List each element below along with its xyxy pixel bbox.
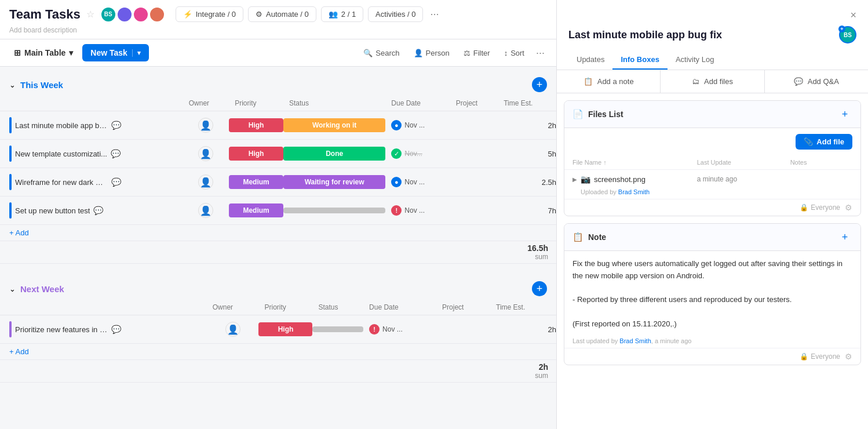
status-badge[interactable] bbox=[283, 208, 385, 213]
comment-icon[interactable]: 💬 bbox=[111, 325, 121, 334]
comment-icon[interactable]: 💬 bbox=[111, 149, 121, 158]
main-table-button[interactable]: ⊞ Main Table ▾ bbox=[9, 46, 78, 60]
group-title-next-week: Next Week bbox=[20, 284, 64, 294]
note-expand-button[interactable]: + bbox=[837, 230, 852, 245]
files-everyone-label: Everyone bbox=[811, 203, 840, 212]
add-task-row: + Add bbox=[0, 225, 556, 241]
sum-label: sum bbox=[535, 372, 548, 380]
tab-updates[interactable]: Updates bbox=[568, 50, 612, 70]
priority-badge[interactable]: Medium bbox=[229, 175, 283, 189]
files-box-header: 📄 Files List + bbox=[564, 101, 860, 128]
new-task-label: New Task bbox=[90, 48, 127, 57]
owner-avatar[interactable]: 👤 bbox=[198, 118, 213, 133]
files-box-icon: 📄 bbox=[572, 109, 583, 119]
activities-label: Activities / 0 bbox=[375, 10, 415, 19]
add-task-next-week-button[interactable]: + bbox=[532, 281, 547, 296]
sort-action[interactable]: ↕ Sort bbox=[499, 46, 529, 60]
group-toggle-next-week[interactable]: ⌄ bbox=[9, 285, 16, 293]
due-date-cell[interactable]: !Nov ... bbox=[385, 202, 450, 219]
note-line2: - Reported by three different users and … bbox=[572, 294, 852, 306]
add-task-row: + Add bbox=[0, 344, 556, 360]
task-name[interactable]: Prioritize new features in m... bbox=[15, 325, 108, 334]
priority-badge[interactable]: Medium bbox=[229, 203, 283, 217]
activities-button[interactable]: Activities / 0 bbox=[368, 6, 423, 22]
file-row: ▶ 📷 screenshot.png a minute ago bbox=[564, 170, 860, 188]
note-content[interactable]: Fix the bug where users automatically ge… bbox=[564, 251, 860, 337]
panel-header: × Last minute mobile app bug fix BS Upda… bbox=[557, 0, 868, 70]
comment-icon[interactable]: 💬 bbox=[111, 177, 121, 187]
group-this-week: ⌄ This Week + Owner Priority Status Due … bbox=[0, 74, 556, 264]
avatar-bs: BS bbox=[100, 6, 116, 23]
status-badge[interactable]: Waiting for review bbox=[283, 175, 385, 189]
files-gear-icon[interactable]: ⚙ bbox=[845, 203, 852, 212]
status-badge[interactable]: Done bbox=[283, 147, 385, 161]
tab-info-boxes[interactable]: Info Boxes bbox=[612, 50, 667, 70]
priority-badge[interactable]: High bbox=[229, 118, 283, 132]
owner-avatar[interactable]: 👤 bbox=[198, 203, 213, 218]
close-button[interactable]: × bbox=[850, 9, 856, 21]
task-name[interactable]: New template customizati... bbox=[15, 150, 107, 158]
file-last-update: a minute ago bbox=[697, 175, 790, 183]
add-task-this-week-button[interactable]: + bbox=[532, 77, 547, 92]
add-file-button[interactable]: 📎 Add file bbox=[796, 134, 852, 150]
sum-value: 2h bbox=[498, 362, 548, 372]
files-expand-button[interactable]: + bbox=[837, 107, 852, 122]
filter-action[interactable]: ⚖ Filter bbox=[459, 46, 495, 60]
add-task-button[interactable]: + Add bbox=[9, 347, 29, 356]
person-icon: 👤 bbox=[414, 49, 423, 57]
team-button[interactable]: 👥 2 / 1 bbox=[321, 6, 363, 22]
owner-avatar[interactable]: 👤 bbox=[225, 322, 240, 337]
file-toggle[interactable]: ▶ bbox=[572, 176, 577, 183]
integrate-button[interactable]: ⚡ Integrate / 0 bbox=[176, 6, 243, 22]
add-files-button[interactable]: 🗂 Add files bbox=[661, 70, 764, 93]
note-icon: 📋 bbox=[583, 77, 593, 86]
file-name[interactable]: screenshot.png bbox=[594, 175, 645, 184]
col-priority: Priority bbox=[229, 96, 283, 111]
priority-badge[interactable]: High bbox=[229, 147, 283, 161]
owner-avatar[interactable]: 👤 bbox=[198, 146, 213, 161]
right-panel: × Last minute mobile app bug fix BS Upda… bbox=[556, 0, 868, 429]
comment-icon[interactable]: 💬 bbox=[111, 121, 121, 130]
add-board-desc[interactable]: Add board description bbox=[9, 26, 547, 39]
task-name[interactable]: Last minute mobile app bu... bbox=[15, 121, 108, 130]
due-date-cell[interactable]: !Nov ... bbox=[363, 321, 436, 338]
tab-activity-log[interactable]: Activity Log bbox=[668, 50, 722, 70]
col-file-name: File Name ↑ bbox=[572, 159, 697, 166]
due-date-cell[interactable]: ●Nov ... bbox=[385, 117, 450, 134]
files-box-title: Files List bbox=[588, 110, 623, 119]
uploaded-by-link[interactable]: Brad Smith bbox=[618, 188, 650, 195]
main-table-label: Main Table bbox=[24, 48, 65, 57]
add-note-button[interactable]: 📋 Add a note bbox=[557, 70, 661, 93]
time-est: 2h bbox=[490, 315, 556, 344]
toolbar-more-button[interactable]: ··· bbox=[534, 45, 547, 61]
star-icon[interactable]: ☆ bbox=[86, 9, 94, 20]
owner-avatar[interactable]: 👤 bbox=[198, 174, 213, 190]
status-badge[interactable]: Working on it bbox=[283, 118, 385, 132]
due-date-cell[interactable]: ●Nov ... bbox=[385, 173, 450, 191]
comment-icon[interactable]: 💬 bbox=[93, 206, 103, 215]
task-name[interactable]: Set up new button test bbox=[15, 206, 90, 215]
status-badge[interactable] bbox=[312, 326, 363, 332]
filter-label: Filter bbox=[473, 49, 490, 57]
due-date-cell[interactable]: ✓Nov... bbox=[385, 145, 450, 162]
more-options-button[interactable]: ··· bbox=[428, 6, 441, 23]
col-time: Time Est. bbox=[498, 96, 556, 111]
search-action[interactable]: 🔍 Search bbox=[359, 46, 404, 60]
new-task-button[interactable]: New Task ▾ bbox=[82, 44, 149, 61]
note-updated-by-link[interactable]: Brad Smith bbox=[619, 337, 651, 344]
add-task-button[interactable]: + Add bbox=[9, 228, 29, 237]
automate-button[interactable]: ⚙ Automate / 0 bbox=[248, 6, 316, 22]
group-toggle-this-week[interactable]: ⌄ bbox=[9, 81, 16, 89]
note-gear-icon[interactable]: ⚙ bbox=[845, 352, 852, 361]
time-est: 7h bbox=[498, 197, 556, 225]
priority-badge[interactable]: High bbox=[258, 322, 312, 336]
filter-icon: ⚖ bbox=[464, 49, 471, 57]
note-lock-icon: 🔒 bbox=[800, 352, 808, 361]
panel-content: 📄 Files List + 📎 Add file File Name ↑ La… bbox=[557, 93, 868, 429]
add-qa-button[interactable]: 💬 Add Q&A bbox=[765, 70, 868, 93]
col-task bbox=[0, 300, 207, 315]
task-name[interactable]: Wireframe for new dark mo... bbox=[15, 178, 108, 187]
person-action[interactable]: 👤 Person bbox=[409, 46, 454, 60]
table-row: Wireframe for new dark mo... 💬 👤 Medium … bbox=[0, 168, 556, 197]
table-row: Set up new button test 💬 👤 Medium !Nov .… bbox=[0, 197, 556, 225]
